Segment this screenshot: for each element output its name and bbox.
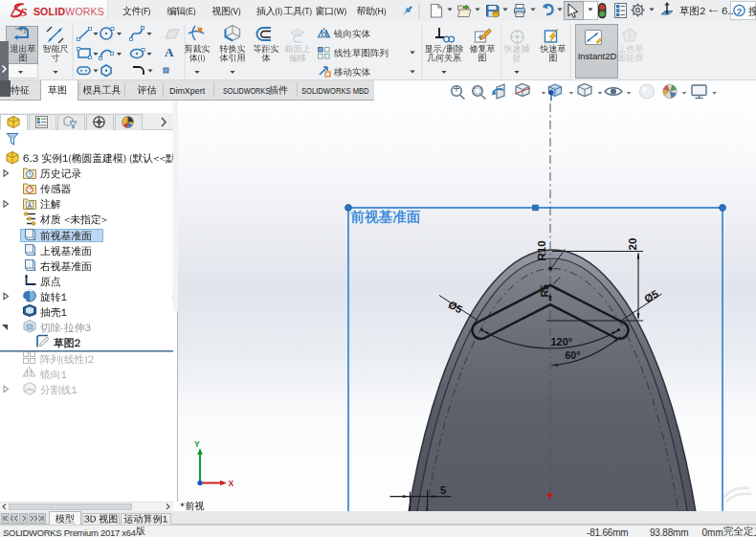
svg-text:Ø5: Ø5 bbox=[642, 288, 660, 305]
svg-text:X: X bbox=[229, 479, 234, 488]
svg-text:60°: 60° bbox=[566, 349, 581, 361]
svg-text:20: 20 bbox=[627, 238, 638, 251]
svg-text:R5: R5 bbox=[539, 284, 550, 298]
svg-text:Ø5: Ø5 bbox=[447, 299, 465, 316]
svg-text:Y: Y bbox=[194, 439, 200, 449]
svg-text:R10: R10 bbox=[536, 240, 547, 260]
svg-text:120°: 120° bbox=[551, 336, 573, 347]
svg-text:5: 5 bbox=[440, 484, 447, 496]
